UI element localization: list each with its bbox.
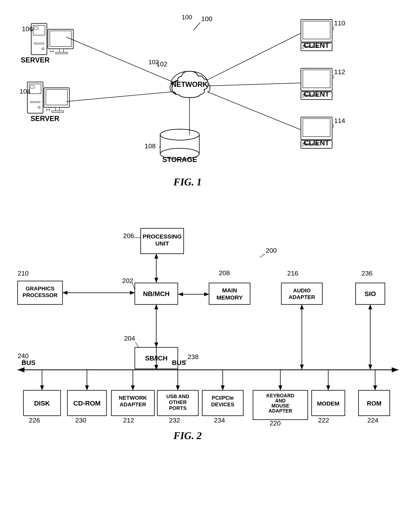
svg-text:236: 236	[361, 269, 373, 277]
svg-text:210: 210	[18, 269, 29, 277]
svg-text:DEVICES: DEVICES	[211, 402, 235, 408]
svg-line-74	[208, 83, 301, 86]
svg-text:204: 204	[124, 334, 135, 342]
svg-text:▯≋≋≋≋: ▯≋≋≋≋	[302, 142, 318, 147]
svg-rect-47	[303, 21, 330, 39]
svg-text:206: 206	[123, 232, 134, 239]
svg-rect-154	[157, 390, 198, 416]
svg-marker-113	[18, 367, 24, 372]
fig2-area: 200 PROCESSING UNIT 206 NB/MCH 202 SB/IC…	[12, 222, 403, 523]
svg-rect-91	[135, 347, 178, 369]
svg-line-44	[159, 146, 161, 148]
svg-rect-167	[253, 390, 308, 420]
svg-marker-111	[62, 291, 67, 295]
svg-marker-122	[154, 365, 158, 370]
ref-102: 102	[148, 58, 159, 66]
svg-line-7	[193, 22, 200, 30]
svg-text:104: 104	[20, 88, 31, 95]
svg-rect-24	[29, 84, 41, 94]
svg-text:AND: AND	[275, 398, 286, 403]
svg-rect-29	[46, 89, 67, 105]
svg-text:NB/MCH: NB/MCH	[143, 290, 170, 297]
svg-point-50	[303, 45, 305, 47]
svg-rect-48	[301, 43, 332, 51]
svg-rect-13	[34, 43, 44, 44]
svg-rect-11	[34, 27, 38, 30]
svg-text:SERVER: SERVER	[30, 114, 59, 123]
svg-text:212: 212	[123, 417, 134, 424]
svg-text:112: 112	[334, 68, 345, 76]
main-diagram: 100 102 NETWORK 100 102	[0, 0, 414, 532]
svg-marker-134	[368, 304, 372, 309]
svg-line-87	[132, 283, 135, 290]
svg-text:114: 114	[334, 117, 345, 124]
svg-text:ADAPTER: ADAPTER	[119, 401, 146, 408]
svg-text:PORTS: PORTS	[169, 405, 187, 411]
ref-100: 100	[182, 14, 192, 21]
svg-point-37	[160, 129, 199, 140]
svg-marker-114	[392, 367, 399, 372]
svg-line-73	[207, 33, 301, 80]
svg-text:UNIT: UNIT	[155, 240, 169, 247]
svg-rect-98	[209, 283, 250, 304]
svg-text:110: 110	[334, 19, 345, 27]
svg-marker-104	[178, 292, 183, 296]
svg-text:MEMORY: MEMORY	[217, 294, 243, 301]
svg-text:CLIENT: CLIENT	[304, 41, 329, 49]
svg-marker-160	[221, 385, 225, 390]
svg-rect-30	[56, 107, 59, 111]
svg-text:CLIENT: CLIENT	[304, 90, 329, 98]
svg-rect-38	[160, 134, 199, 154]
svg-point-41	[160, 148, 199, 159]
svg-text:232: 232	[169, 417, 180, 424]
svg-text:234: 234	[214, 417, 225, 424]
svg-text:224: 224	[367, 417, 378, 424]
svg-text:208: 208	[219, 269, 230, 276]
svg-rect-148	[111, 390, 154, 416]
svg-line-21	[30, 30, 33, 31]
svg-line-120	[183, 360, 187, 363]
svg-marker-135	[368, 365, 372, 370]
svg-rect-46	[301, 19, 332, 42]
svg-point-33	[49, 109, 50, 110]
svg-text:CD-ROM: CD-ROM	[73, 399, 101, 407]
svg-marker-96	[154, 304, 158, 309]
svg-text:220: 220	[270, 419, 281, 427]
svg-marker-142	[85, 385, 89, 390]
svg-text:ADAPTER: ADAPTER	[269, 408, 292, 414]
svg-text:FIG. 1: FIG. 1	[173, 176, 202, 188]
svg-text:240: 240	[18, 352, 29, 360]
svg-text:216: 216	[287, 269, 298, 277]
fig2-svg: 200 PROCESSING UNIT 206 NB/MCH 202 SB/IC…	[12, 222, 403, 515]
svg-text:NETWORK: NETWORK	[119, 395, 147, 401]
svg-text:108: 108	[145, 142, 156, 150]
svg-text:▯≋≋≋≋: ▯≋≋≋≋	[302, 93, 318, 98]
svg-line-71	[66, 92, 173, 102]
svg-text:BUS: BUS	[21, 359, 36, 366]
svg-marker-89	[154, 254, 158, 259]
svg-marker-97	[154, 342, 158, 347]
svg-marker-179	[373, 385, 377, 390]
svg-marker-147	[131, 385, 135, 390]
svg-line-68	[333, 124, 334, 128]
svg-text:106: 106	[22, 25, 33, 33]
svg-rect-180	[358, 390, 390, 416]
svg-line-117	[24, 359, 24, 363]
svg-text:FIG. 2: FIG. 2	[173, 430, 202, 441]
fig1-area: 100 102 NETWORK 100 102	[12, 8, 403, 213]
svg-point-19	[53, 51, 54, 52]
svg-marker-174	[326, 385, 330, 390]
svg-point-2	[188, 80, 210, 96]
svg-marker-128	[300, 304, 304, 309]
svg-text:▯≋≋≋≋: ▯≋≋≋≋	[302, 44, 318, 49]
svg-rect-23	[27, 82, 43, 113]
svg-marker-153	[176, 385, 180, 390]
fig1-svg: NETWORK 100 102	[12, 8, 403, 203]
svg-rect-130	[355, 283, 385, 304]
svg-text:MOUSE: MOUSE	[271, 403, 289, 408]
svg-rect-4	[172, 83, 208, 97]
svg-rect-27	[30, 102, 40, 103]
svg-line-78	[260, 254, 265, 258]
svg-text:PROCESSING: PROCESSING	[143, 233, 182, 240]
svg-marker-110	[130, 291, 135, 295]
